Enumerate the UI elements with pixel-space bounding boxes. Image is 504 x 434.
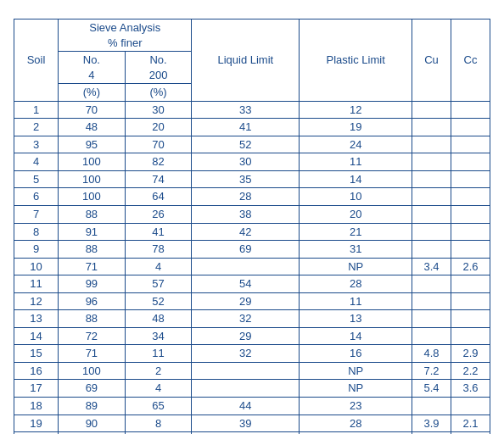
- cell-cc: [451, 170, 490, 188]
- cell-soil: 15: [14, 345, 59, 363]
- cell-cc: [451, 275, 490, 293]
- cell-pl: NP: [300, 362, 412, 380]
- cell-no4: 100: [59, 153, 126, 171]
- cell-soil: 1: [14, 101, 59, 119]
- table-row: 14 72 34 29 14: [14, 327, 490, 345]
- cell-pl: 28: [300, 415, 412, 432]
- cell-cc: [451, 310, 490, 328]
- cell-soil: 16: [14, 362, 59, 380]
- cell-ll: 28: [192, 188, 300, 206]
- cell-cc: [451, 206, 490, 224]
- cell-pl: NP: [300, 380, 412, 398]
- table-row: 4 100 82 30 11: [14, 153, 490, 171]
- cell-cc: 2.2: [451, 362, 490, 380]
- cell-no4: 89: [59, 398, 126, 415]
- cell-no200: 57: [125, 275, 192, 293]
- table-row: 1 70 30 33 12: [14, 101, 490, 119]
- cell-cc: [451, 119, 490, 136]
- cell-no200: 26: [125, 206, 192, 224]
- cell-no200: 65: [125, 398, 192, 415]
- cell-pl: 10: [300, 188, 412, 206]
- cell-cc: 2.1: [451, 415, 490, 432]
- cell-cu: 3.9: [412, 415, 451, 432]
- cell-no200: 8: [125, 415, 192, 432]
- cell-cc: [451, 153, 490, 171]
- cell-cu: 7.2: [412, 362, 451, 380]
- cell-pl: 24: [300, 136, 412, 153]
- cell-cu: [412, 310, 451, 328]
- table-row: 13 88 48 32 13: [14, 310, 490, 328]
- cell-ll: [192, 258, 300, 275]
- cell-no4: 48: [59, 119, 126, 136]
- cell-soil: 3: [14, 136, 59, 153]
- cell-soil: 10: [14, 258, 59, 275]
- cell-cu: 5.4: [412, 380, 451, 398]
- cell-pl: 20: [300, 206, 412, 224]
- cell-cu: [412, 292, 451, 310]
- table-row: 19 90 8 39 28 3.9 2.1: [14, 415, 490, 432]
- cell-no4: 69: [59, 380, 126, 398]
- cell-no4: 70: [59, 101, 126, 119]
- cell-pl: 14: [300, 327, 412, 345]
- cell-no200: 11: [125, 345, 192, 363]
- cell-soil: 18: [14, 398, 59, 415]
- header-ll-unit: (%): [59, 84, 126, 102]
- cell-no200: 41: [125, 223, 192, 241]
- cell-no4: 100: [59, 188, 126, 206]
- cell-soil: 7: [14, 206, 59, 224]
- cell-no4: 91: [59, 223, 126, 241]
- header-cc: Cc: [451, 19, 490, 102]
- cell-no200: 48: [125, 310, 192, 328]
- cell-soil: 9: [14, 241, 59, 259]
- cell-ll: 52: [192, 136, 300, 153]
- cell-pl: 23: [300, 398, 412, 415]
- cell-cu: [412, 136, 451, 153]
- cell-no4: 71: [59, 258, 126, 275]
- cell-ll: [192, 380, 300, 398]
- cell-pl: 11: [300, 153, 412, 171]
- cell-no200: 74: [125, 170, 192, 188]
- soil-table: Soil Sieve Analysis% finer Liquid Limit …: [14, 19, 490, 434]
- cell-soil: 13: [14, 310, 59, 328]
- cell-ll: 69: [192, 241, 300, 259]
- cell-no4: 88: [59, 310, 126, 328]
- cell-cu: [412, 275, 451, 293]
- table-row: 6 100 64 28 10: [14, 188, 490, 206]
- table-row: 18 89 65 44 23: [14, 398, 490, 415]
- cell-no200: 52: [125, 292, 192, 310]
- table-row: 7 88 26 38 20: [14, 206, 490, 224]
- table-row: 5 100 74 35 14: [14, 170, 490, 188]
- cell-no4: 88: [59, 241, 126, 259]
- cell-pl: 11: [300, 292, 412, 310]
- header-pl: Plastic Limit: [300, 19, 412, 102]
- cell-no4: 72: [59, 327, 126, 345]
- cell-no200: 2: [125, 362, 192, 380]
- cell-cc: 3.6: [451, 380, 490, 398]
- cell-cc: [451, 241, 490, 259]
- cell-ll: 32: [192, 345, 300, 363]
- cell-cu: [412, 223, 451, 241]
- cell-no4: 100: [59, 362, 126, 380]
- cell-cc: [451, 188, 490, 206]
- cell-no4: 99: [59, 275, 126, 293]
- cell-no4: 100: [59, 170, 126, 188]
- cell-no4: 90: [59, 415, 126, 432]
- cell-no200: 34: [125, 327, 192, 345]
- cell-cc: [451, 398, 490, 415]
- cell-cu: [412, 101, 451, 119]
- cell-cu: [412, 188, 451, 206]
- cell-ll: 29: [192, 327, 300, 345]
- cell-no200: 78: [125, 241, 192, 259]
- cell-pl: NP: [300, 258, 412, 275]
- header-ll: Liquid Limit: [192, 19, 300, 102]
- cell-soil: 8: [14, 223, 59, 241]
- cell-ll: 54: [192, 275, 300, 293]
- cell-soil: 19: [14, 415, 59, 432]
- cell-cc: [451, 327, 490, 345]
- header-no4: No.4: [59, 52, 126, 84]
- cell-no4: 95: [59, 136, 126, 153]
- cell-ll: 30: [192, 153, 300, 171]
- cell-pl: 16: [300, 345, 412, 363]
- cell-cu: [412, 153, 451, 171]
- cell-ll: 32: [192, 310, 300, 328]
